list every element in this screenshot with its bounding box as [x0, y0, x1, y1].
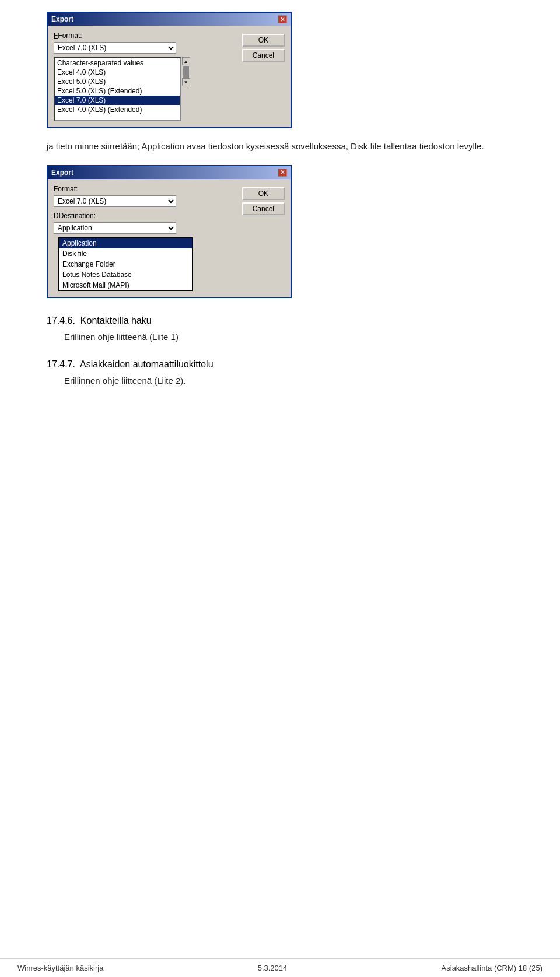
- dialog1-listbox-item-xls7ext[interactable]: Excel 7.0 (XLS) (Extended): [55, 105, 180, 114]
- dialog2-dropdown-diskfile[interactable]: Disk file: [59, 248, 192, 259]
- dialog1-scrollbar: ▲ ▼: [181, 57, 190, 121]
- footer-center: 5.3.2014: [258, 964, 288, 972]
- dialog2-main: Format: Excel 7.0 (XLS) DDestination: Ap…: [54, 185, 236, 291]
- section-17-4-7-item: Erillinnen ohje liitteenä (Liite 2).: [64, 376, 513, 386]
- dialog1-listbox-item-csv[interactable]: Character-separated values: [55, 58, 180, 68]
- dialog2-titlebar: Export ✕: [48, 166, 290, 179]
- dialog1-format-select-row: Character-separated values Excel 4.0 (XL…: [54, 42, 236, 54]
- dialog1-listbox[interactable]: Character-separated values Excel 4.0 (XL…: [54, 57, 181, 121]
- dialog2-destination-label: DDestination:: [54, 212, 236, 220]
- footer-right: Asiakashallinta (CRM) 18 (25): [442, 964, 542, 972]
- footer-left: Winres-käyttäjän käsikirja: [18, 964, 103, 972]
- dialog1-buttons: OK Cancel: [242, 31, 285, 121]
- dialog2-format-label: Format:: [54, 185, 236, 193]
- dialog1-cancel-button[interactable]: Cancel: [242, 49, 285, 62]
- section-17-4-6-item: Erillinen ohje liitteenä (Liite 1): [64, 332, 513, 342]
- section-17-4-7-heading: 17.4.7. Asiakkaiden automaattiluokittelu: [47, 359, 513, 370]
- dialog1-listbox-item-xls5[interactable]: Excel 5.0 (XLS): [55, 77, 180, 86]
- dialog1-format-select[interactable]: Character-separated values Excel 4.0 (XL…: [54, 42, 176, 54]
- dialog2-destination-select[interactable]: Application Disk file Exchange Folder Lo…: [54, 222, 176, 234]
- dialog1-scroll-thumb: [183, 66, 189, 78]
- section-17-4-6-heading: 17.4.6. Kontakteilla haku: [47, 316, 513, 326]
- dialog2-close-button[interactable]: ✕: [278, 169, 287, 177]
- dialog2-cancel-button[interactable]: Cancel: [242, 202, 285, 215]
- dialog1-close-button[interactable]: ✕: [278, 15, 287, 23]
- section-17-4-7: 17.4.7. Asiakkaiden automaattiluokittelu…: [47, 359, 513, 386]
- dialog1-listbox-item-xls4[interactable]: Excel 4.0 (XLS): [55, 68, 180, 77]
- dialog1-listbox-item-xls5ext[interactable]: Excel 5.0 (XLS) (Extended): [55, 86, 180, 96]
- dialog2-dropdown-list: Application Disk file Exchange Folder Lo…: [58, 237, 192, 291]
- dialog2-destination-select-row: Application Disk file Exchange Folder Lo…: [54, 222, 236, 234]
- dialog2-dropdown-exchange[interactable]: Exchange Folder: [59, 259, 192, 269]
- dialog2-format-select-row: Excel 7.0 (XLS): [54, 195, 236, 207]
- export-dialog-2: Export ✕ Format: Excel 7.0 (XLS) DDestin…: [47, 165, 513, 298]
- section-17-4-6: 17.4.6. Kontakteilla haku Erillinen ohje…: [47, 316, 513, 342]
- dialog1-listbox-container: Character-separated values Excel 4.0 (XL…: [54, 57, 236, 121]
- dialog2-dropdown-lotus[interactable]: Lotus Notes Database: [59, 269, 192, 280]
- dialog2-buttons: OK Cancel: [242, 185, 285, 291]
- dialog1-main: FFormat: Character-separated values Exce…: [54, 31, 236, 121]
- page-footer: Winres-käyttäjän käsikirja 5.3.2014 Asia…: [0, 958, 560, 977]
- dialog2-dropdown-application[interactable]: Application: [59, 238, 192, 248]
- dialog1-titlebar: Export ✕: [48, 13, 290, 26]
- dialog2-format-select[interactable]: Excel 7.0 (XLS): [54, 195, 176, 207]
- dialog2-ok-button[interactable]: OK: [242, 187, 285, 200]
- export-dialog-1: Export ✕ FFormat: Character-separated va…: [47, 12, 513, 128]
- dialog2-dropdown-mapi[interactable]: Microsoft Mail (MAPI): [59, 280, 192, 290]
- dialog2-title: Export: [51, 169, 74, 177]
- dialog1-scroll-up[interactable]: ▲: [182, 57, 190, 65]
- body-text: ja tieto minne siirretään; Application a…: [47, 140, 513, 153]
- dialog1-format-label: FFormat:: [54, 31, 236, 40]
- dialog1-title: Export: [51, 15, 74, 23]
- dialog1-listbox-item-xls7[interactable]: Excel 7.0 (XLS): [55, 96, 180, 105]
- dialog1-ok-button[interactable]: OK: [242, 34, 285, 47]
- dialog1-scroll-down[interactable]: ▼: [182, 78, 190, 86]
